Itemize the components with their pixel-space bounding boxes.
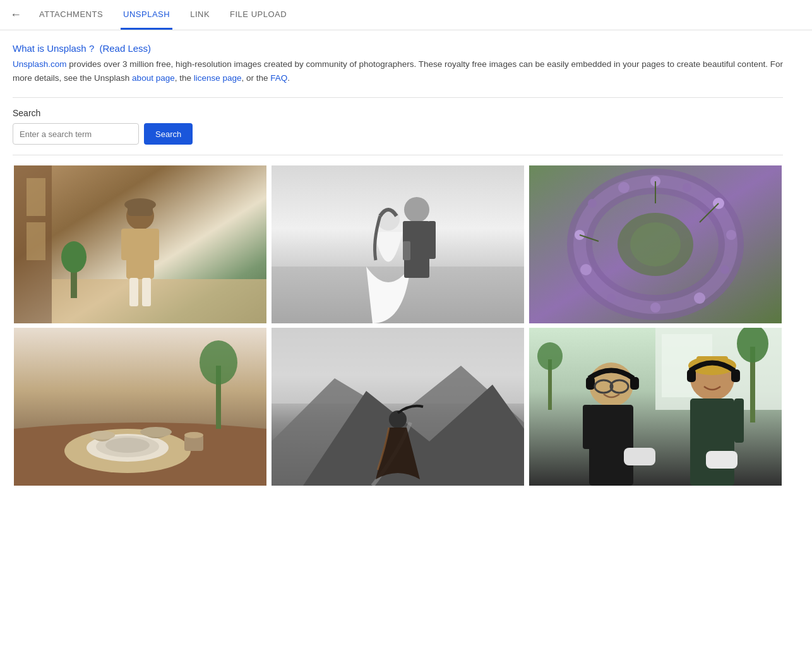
photo-3 <box>528 165 783 323</box>
info-description: Unsplash.com provides over 3 million fre… <box>13 57 783 85</box>
back-arrow-icon: ← <box>10 8 21 21</box>
svg-rect-3 <box>27 222 45 260</box>
photo-5 <box>270 328 525 486</box>
search-input[interactable] <box>13 123 139 145</box>
svg-point-65 <box>537 342 563 370</box>
tab-link[interactable]: LINK <box>188 1 212 30</box>
search-row: Search <box>13 123 783 145</box>
svg-point-14 <box>61 241 87 273</box>
svg-point-53 <box>184 432 203 438</box>
divider-1 <box>13 97 783 98</box>
svg-rect-81 <box>731 369 740 382</box>
svg-rect-82 <box>706 451 737 469</box>
svg-rect-9 <box>129 278 138 306</box>
svg-rect-80 <box>687 369 696 382</box>
faq-link[interactable]: FAQ <box>270 73 287 83</box>
svg-point-39 <box>630 222 681 267</box>
svg-point-51 <box>140 427 172 437</box>
svg-point-31 <box>694 292 705 304</box>
unsplash-dot-com-link[interactable]: Unsplash.com <box>13 59 67 69</box>
image-cell-5[interactable] <box>270 328 525 488</box>
svg-rect-68 <box>583 405 592 449</box>
svg-rect-76 <box>690 398 734 486</box>
svg-rect-10 <box>142 278 151 306</box>
svg-point-58 <box>389 410 407 428</box>
svg-rect-67 <box>589 405 633 486</box>
photo-2 <box>270 165 525 323</box>
image-cell-6[interactable] <box>528 328 783 488</box>
svg-rect-21 <box>428 221 436 259</box>
image-cell-2[interactable] <box>270 165 525 325</box>
top-nav: ← ATTACHMENTS UNSPLASH LINK FILE UPLOAD <box>0 0 812 30</box>
divider-2 <box>13 155 783 155</box>
svg-point-33 <box>607 294 616 303</box>
search-button[interactable]: Search <box>144 123 193 145</box>
svg-point-49 <box>105 438 150 453</box>
svg-rect-77 <box>734 398 744 443</box>
tab-file-upload[interactable]: FILE UPLOAD <box>227 1 289 30</box>
svg-point-37 <box>618 182 630 193</box>
about-page-link[interactable]: about page <box>132 73 175 83</box>
svg-rect-12 <box>128 203 153 216</box>
svg-point-36 <box>588 199 597 208</box>
svg-point-50 <box>90 431 115 440</box>
info-title: What is Unsplash ? (Read Less) <box>13 43 783 54</box>
image-cell-1[interactable] <box>13 165 268 325</box>
image-cell-3[interactable] <box>528 165 783 325</box>
image-grid <box>13 165 783 488</box>
svg-point-29 <box>726 230 736 240</box>
svg-point-30 <box>720 265 729 274</box>
image-cell-4[interactable] <box>13 328 268 488</box>
tab-unsplash[interactable]: UNSPLASH <box>121 1 172 30</box>
svg-rect-74 <box>624 448 655 465</box>
info-section: What is Unsplash ? (Read Less) Unsplash.… <box>13 43 783 85</box>
photo-1 <box>13 165 268 323</box>
search-section: Search Search <box>13 108 783 145</box>
svg-rect-22 <box>403 241 410 260</box>
svg-rect-7 <box>121 229 131 260</box>
svg-point-34 <box>580 264 592 275</box>
svg-point-45 <box>200 340 237 385</box>
svg-point-18 <box>404 197 429 222</box>
tab-attachments[interactable]: ATTACHMENTS <box>37 1 105 30</box>
main-content: What is Unsplash ? (Read Less) Unsplash.… <box>0 30 796 500</box>
svg-point-27 <box>683 183 691 192</box>
license-page-link[interactable]: license page <box>194 73 242 83</box>
read-less-link[interactable]: (Read Less) <box>99 43 151 54</box>
svg-rect-70 <box>630 377 639 390</box>
svg-point-32 <box>650 303 660 313</box>
svg-rect-4 <box>52 279 266 323</box>
svg-rect-8 <box>150 229 159 260</box>
search-label: Search <box>13 108 783 118</box>
svg-rect-69 <box>586 377 595 390</box>
photo-4 <box>13 328 268 486</box>
svg-rect-2 <box>27 178 45 216</box>
photo-6 <box>528 328 783 486</box>
back-button[interactable]: ← <box>10 8 21 21</box>
